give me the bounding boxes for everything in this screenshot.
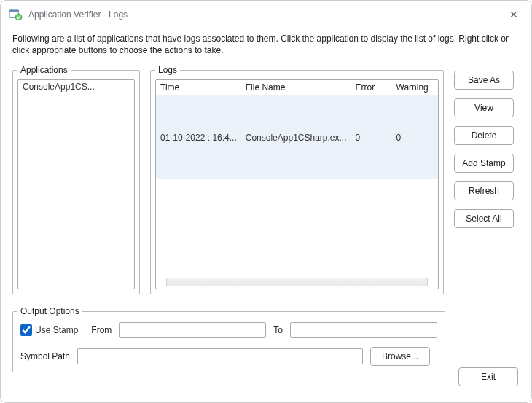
column-time[interactable]: Time xyxy=(156,80,241,95)
side-buttons: Save As View Delete Add Stamp Refresh Se… xyxy=(454,65,520,294)
from-label: From xyxy=(91,325,112,335)
app-verifier-icon xyxy=(9,9,23,20)
delete-button[interactable]: Delete xyxy=(454,126,514,145)
column-file-name[interactable]: File Name xyxy=(241,80,351,95)
exit-button[interactable]: Exit xyxy=(458,367,518,386)
column-error[interactable]: Error xyxy=(351,80,392,95)
browse-button[interactable]: Browse... xyxy=(370,347,430,366)
applications-group: Applications ConsoleApp1CS... xyxy=(12,65,140,294)
save-as-button[interactable]: Save As xyxy=(454,71,514,90)
instruction-text: Following are a list of applications tha… xyxy=(12,28,520,65)
logs-header-row: Time File Name Error Warning xyxy=(156,80,438,95)
exit-row: Exit xyxy=(458,367,518,386)
applications-legend: Applications xyxy=(17,65,71,75)
refresh-button[interactable]: Refresh xyxy=(454,181,514,200)
use-stamp-label: Use Stamp xyxy=(35,325,78,335)
cell-time: 01-10-2022 : 16:4... xyxy=(156,95,241,179)
application-item[interactable]: ConsoleApp1CS... xyxy=(18,80,134,93)
logs-container: Time File Name Error Warning 01-10-2022 … xyxy=(155,79,439,289)
select-all-button[interactable]: Select All xyxy=(454,209,514,228)
logs-group: Logs Time File Name Error Warning xyxy=(150,65,444,294)
titlebar: Application Verifier - Logs ✕ xyxy=(1,1,531,28)
logs-table[interactable]: Time File Name Error Warning 01-10-2022 … xyxy=(156,80,438,179)
svg-rect-1 xyxy=(9,10,18,12)
dialog-content: Following are a list of applications tha… xyxy=(1,28,531,381)
cell-file: ConsoleApp1CSharp.ex... xyxy=(241,95,351,179)
logs-legend: Logs xyxy=(155,65,180,75)
table-row[interactable]: 01-10-2022 : 16:4... ConsoleApp1CSharp.e… xyxy=(156,95,438,179)
output-options-group: Output Options Use Stamp From To Symbol … xyxy=(12,306,445,372)
applications-list[interactable]: ConsoleApp1CS... xyxy=(17,79,135,289)
app-window: Application Verifier - Logs ✕ Following … xyxy=(0,0,532,403)
use-stamp-wrapper: Use Stamp xyxy=(20,324,78,336)
column-warning[interactable]: Warning xyxy=(392,80,439,95)
main-row: Applications ConsoleApp1CS... Logs Time … xyxy=(12,65,520,294)
window-title: Application Verifier - Logs xyxy=(28,9,128,20)
to-input[interactable] xyxy=(290,322,437,338)
use-stamp-checkbox[interactable] xyxy=(20,324,32,336)
to-label: To xyxy=(273,325,283,335)
cell-warning: 0 xyxy=(392,95,439,179)
add-stamp-button[interactable]: Add Stamp xyxy=(454,154,514,173)
logs-horizontal-scrollbar[interactable] xyxy=(166,278,428,286)
from-input[interactable] xyxy=(119,322,266,338)
cell-error: 0 xyxy=(351,95,392,179)
close-button[interactable]: ✕ xyxy=(505,6,523,23)
output-options-legend: Output Options xyxy=(17,306,82,316)
symbol-path-input[interactable] xyxy=(77,348,363,364)
symbol-path-label: Symbol Path xyxy=(20,351,70,361)
close-icon: ✕ xyxy=(509,9,518,20)
view-button[interactable]: View xyxy=(454,98,514,117)
